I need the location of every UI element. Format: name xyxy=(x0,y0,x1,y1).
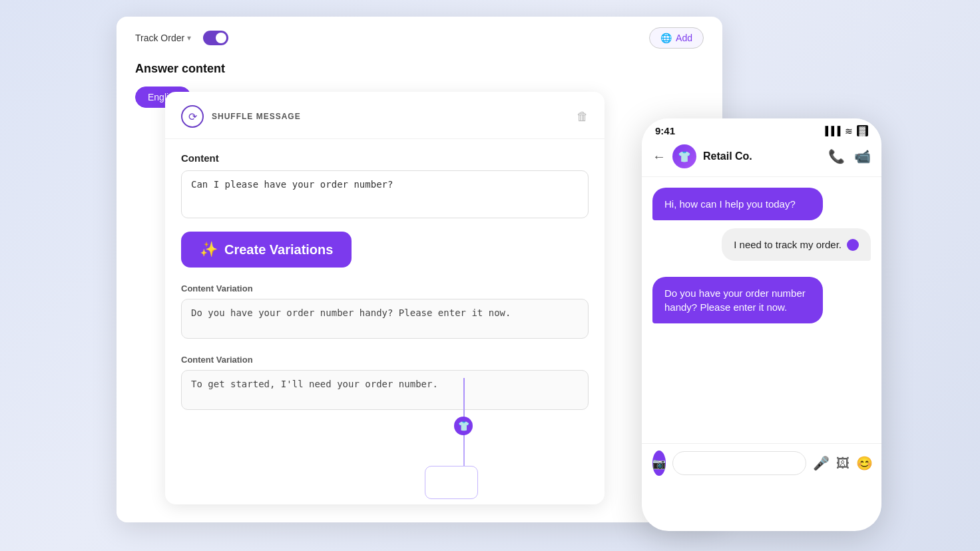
dropdown-chevron-icon: ▾ xyxy=(187,33,191,43)
image-icon[interactable]: 🖼 xyxy=(836,456,850,471)
create-variations-label: Create Variations xyxy=(224,242,333,258)
message-bubble-3: Do you have your order number handy? Ple… xyxy=(652,277,823,323)
phone-status-bar: 9:41 ▐▐▐ ≋ ▓ xyxy=(642,118,881,139)
content-variation-1: Content Variation Do you have your order… xyxy=(181,283,589,341)
connector-box xyxy=(425,466,478,499)
chat-actions: 📞 📹 xyxy=(828,148,871,164)
variation-2-label: Content Variation xyxy=(181,355,589,365)
user-message-container: I need to track my order. xyxy=(652,228,871,269)
add-language-button[interactable]: 🌐 Add xyxy=(649,27,704,49)
phone-message-input[interactable] xyxy=(672,451,806,475)
track-order-toggle[interactable] xyxy=(203,31,228,45)
phone-chat-header: ← 👕 Retail Co. 📞 📹 xyxy=(642,139,881,177)
track-order-label: Track Order xyxy=(135,33,184,43)
connector-avatar: 👕 xyxy=(454,417,473,435)
phone-input-bar: 📷 🎤 🖼 😊 xyxy=(642,443,881,482)
phone-status-icons: ▐▐▐ ≋ ▓ xyxy=(822,125,868,136)
message-bubble-2: I need to track my order. xyxy=(722,228,871,261)
chat-messages: Hi, how can I help you today? I need to … xyxy=(642,177,881,443)
video-call-icon[interactable]: 📹 xyxy=(854,148,871,164)
variation-1-textarea[interactable]: Do you have your order number handy? Ple… xyxy=(181,299,589,339)
camera-button[interactable]: 📷 xyxy=(652,451,666,476)
battery-icon: ▓ xyxy=(857,125,868,136)
content-label: Content xyxy=(181,152,589,164)
variation-2-textarea[interactable]: To get started, I'll need your order num… xyxy=(181,370,589,410)
create-variations-button[interactable]: ✨ Create Variations xyxy=(181,232,352,268)
chat-name: Retail Co. xyxy=(703,150,822,162)
content-textarea[interactable]: Can I please have your order number? xyxy=(181,170,589,218)
delete-button[interactable]: 🗑 xyxy=(577,110,589,124)
add-lang-label: Add xyxy=(676,33,692,43)
chat-avatar: 👕 xyxy=(672,144,696,168)
sticker-icon[interactable]: 😊 xyxy=(856,455,873,471)
wand-icon: ✨ xyxy=(200,241,218,258)
message-text-3: Do you have your order number handy? Ple… xyxy=(664,287,806,313)
message-text-2: I need to track my order. xyxy=(734,238,842,252)
content-card-header: ⟳ SHUFFLE MESSAGE 🗑 xyxy=(165,92,605,139)
message-text-1: Hi, how can I help you today? xyxy=(664,198,796,210)
content-variation-2: Content Variation To get started, I'll n… xyxy=(181,355,589,413)
phone-back-button[interactable]: ← xyxy=(652,149,666,164)
phone-mockup: 9:41 ▐▐▐ ≋ ▓ ← 👕 Retail Co. 📞 📹 Hi, how … xyxy=(642,118,881,531)
track-order-dropdown[interactable]: Track Order ▾ xyxy=(135,33,191,43)
globe-icon: 🌐 xyxy=(660,33,672,43)
mic-icon[interactable]: 🎤 xyxy=(813,455,830,471)
phone-input-icons: 🎤 🖼 😊 xyxy=(813,455,873,471)
phone-time: 9:41 xyxy=(655,125,675,136)
phone-call-icon[interactable]: 📞 xyxy=(828,148,845,164)
shuffle-icon: ⟳ xyxy=(181,105,204,128)
shuffle-message-label: SHUFFLE MESSAGE xyxy=(212,112,301,121)
wifi-icon: ≋ xyxy=(845,126,853,136)
user-avatar-dot xyxy=(847,239,859,251)
variation-1-label: Content Variation xyxy=(181,283,589,293)
content-card: ⟳ SHUFFLE MESSAGE 🗑 Content Can I please… xyxy=(165,92,605,504)
content-section: Content Can I please have your order num… xyxy=(165,139,605,439)
signal-icon: ▐▐▐ xyxy=(822,126,841,136)
answer-content-title: Answer content xyxy=(135,62,704,76)
message-bubble-1: Hi, how can I help you today? xyxy=(652,188,823,220)
